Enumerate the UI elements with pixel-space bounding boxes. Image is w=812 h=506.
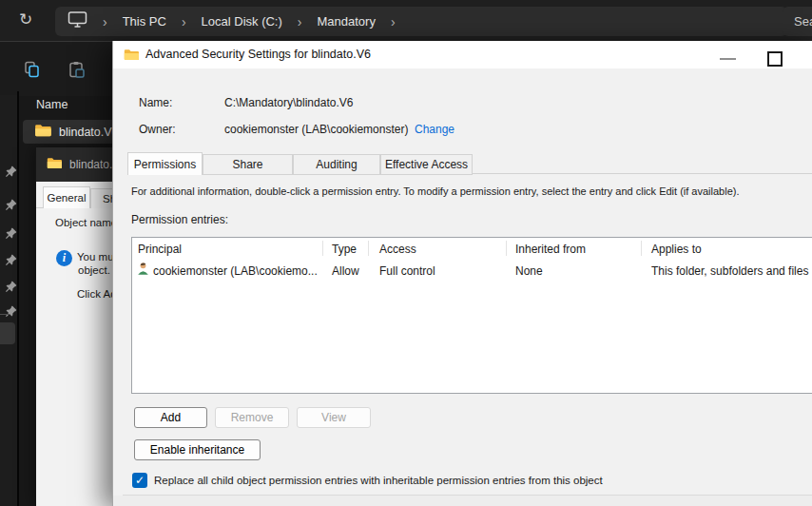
nav-selected-item[interactable] [0,322,15,344]
cell-principal: cookiemonster (LAB\cookiemo... [153,264,318,278]
footer-area [113,496,812,506]
replace-child-permissions-label: Replace all child object permission entr… [154,475,603,486]
search-input[interactable]: Sea [783,7,812,36]
tab-share[interactable]: Share [203,154,293,175]
pushpin-icon[interactable] [6,225,17,237]
breadcrumb-item-local-disk-c[interactable]: Local Disk (C:) [202,14,282,29]
info-icon: i [56,250,72,266]
permission-entries-label: Permission entries: [131,213,228,226]
change-owner-link[interactable]: Change [415,123,454,136]
column-divider[interactable] [322,241,323,256]
breadcrumb[interactable]: › This PC › Local Disk (C:) › Mandatory … [55,7,787,36]
breadcrumb-item-this-pc[interactable]: This PC [123,14,166,29]
paste-icon[interactable] [67,61,86,84]
pushpin-icon[interactable] [6,279,17,290]
folder-icon [47,156,62,173]
click-advanced-text: Click Ad [77,288,117,300]
file-name: blindato.V6 [59,126,119,139]
column-header-access[interactable]: Access [379,243,416,256]
name-label: Name: [139,96,172,109]
advanced-security-dialog: Advanced Security Settings for blindato.… [112,41,812,506]
minimize-button[interactable] [720,58,736,60]
folder-icon [34,124,51,140]
chevron-right-icon: › [103,14,107,29]
owner-label: Owner: [139,123,176,136]
view-button: View [297,407,371,428]
breadcrumb-item-mandatory[interactable]: Mandatory [318,14,376,29]
tab-auditing[interactable]: Auditing [293,154,380,175]
permission-entries-table: Principal Type Access Inherited from App… [131,237,812,394]
tab-effective-access[interactable]: Effective Access [380,154,473,175]
info-text-line2: object. [78,264,110,276]
enable-inheritance-button[interactable]: Enable inheritance [134,439,261,460]
explorer-command-bar [0,41,112,96]
remove-button: Remove [215,407,289,428]
cell-applies-to: This folder, subfolders and files [651,264,808,278]
nav-pane-edge [0,95,17,506]
maximize-button[interactable] [767,51,783,67]
object-name-label: Object name [55,217,117,228]
refresh-icon[interactable]: ↻ [19,10,32,29]
add-button[interactable]: Add [134,407,207,428]
column-header-type[interactable]: Type [332,243,357,256]
search-text: Sea [794,14,812,29]
chevron-right-icon: › [182,14,186,29]
owner-value: cookiemonster (LAB\cookiemonster) [224,123,408,136]
chevron-right-icon: › [391,14,396,29]
tab-permissions[interactable]: Permissions [127,152,203,175]
screen: ↻ › This PC › Local Disk (C:) › Mandator… [0,0,812,506]
pushpin-icon[interactable] [6,164,17,175]
dialog-title: Advanced Security Settings for blindato.… [145,48,371,61]
chevron-right-icon: › [298,14,302,29]
tab-general[interactable]: General [43,186,90,208]
pushpin-icon[interactable] [6,197,17,208]
column-header-name[interactable]: Name [36,98,68,111]
pushpin-icon[interactable] [6,252,17,263]
column-divider[interactable] [368,241,369,256]
cell-inherited-from: None [515,264,543,278]
column-header-principal[interactable]: Principal [138,243,182,256]
column-divider[interactable] [506,241,507,256]
column-header-applies-to[interactable]: Applies to [651,243,702,256]
column-header-inherited-from[interactable]: Inherited from [515,243,586,256]
replace-child-permissions-checkbox[interactable]: ✓ [132,473,147,488]
instruction-text: For additional information, double-click… [131,185,740,197]
cell-type: Allow [332,264,359,278]
this-pc-icon [68,10,87,32]
cell-access: Full control [379,264,435,278]
folder-icon [124,48,139,65]
file-row-blindato[interactable]: blindato.V6 [23,120,126,144]
user-icon [136,262,150,280]
nav-section-divider [0,314,10,315]
name-value: C:\Mandatory\blindato.V6 [224,96,353,109]
copy-icon[interactable] [23,61,41,83]
checkmark-icon: ✓ [135,474,145,487]
pane-divider[interactable] [17,91,19,506]
column-divider[interactable] [641,241,642,256]
